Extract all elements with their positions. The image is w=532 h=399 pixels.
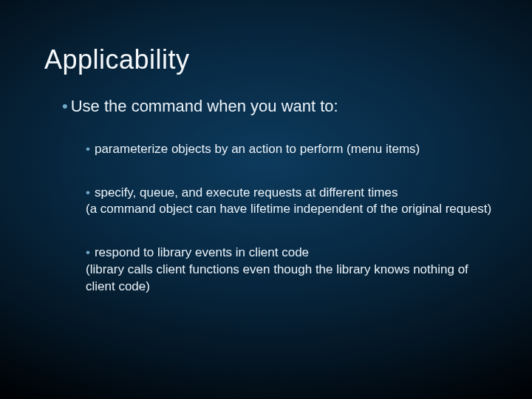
level2-item: •parameterize objects by an action to pe… (86, 141, 492, 158)
level2-item: •specify, queue, and execute requests at… (86, 185, 492, 219)
bullet-icon: • (86, 142, 90, 156)
level1-text: Use the command when you want to: (71, 97, 338, 115)
bullet-icon: • (86, 245, 90, 259)
slide-title: Applicability (44, 44, 495, 75)
level2-text: parameterize objects by an action to per… (95, 142, 420, 156)
level2-item: •respond to library events in client cod… (86, 245, 492, 296)
bullet-icon: • (62, 97, 68, 115)
bullet-icon: • (86, 185, 90, 200)
level2-text: respond to library events in client code… (86, 245, 468, 293)
level1-item: •Use the command when you want to: (62, 96, 495, 117)
level2-text: specify, queue, and execute requests at … (86, 185, 491, 216)
slide: Applicability •Use the command when you … (0, 0, 532, 399)
